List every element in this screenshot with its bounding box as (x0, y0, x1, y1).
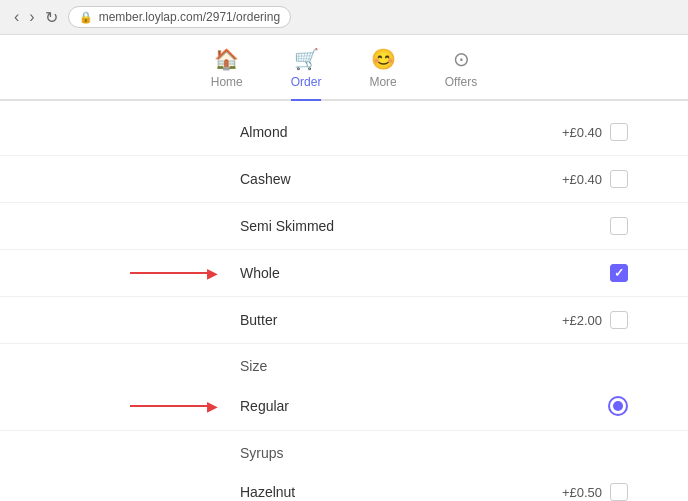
content-area: Almond +£0.40 Cashew +£0.40 Semi Skimmed… (0, 101, 688, 501)
back-button[interactable]: ‹ (12, 8, 21, 26)
section-header-syrups: Syrups (0, 431, 688, 469)
tab-home[interactable]: 🏠 Home (211, 47, 243, 99)
annotation-arrow-whole (130, 272, 212, 274)
item-label-almond: Almond (240, 124, 287, 140)
section-header-size: Size (0, 344, 688, 382)
tab-order[interactable]: 🛒 Order (291, 47, 322, 99)
list-item: Hazelnut +£0.50 (0, 469, 688, 501)
reload-button[interactable]: ↻ (43, 8, 60, 27)
url-text: member.loylap.com/2971/ordering (99, 10, 280, 24)
offers-icon: ⊙ (453, 47, 470, 71)
annotation-arrow-regular (130, 405, 212, 407)
cart-icon: 🛒 (294, 47, 319, 71)
list-item: Almond +£0.40 (0, 109, 688, 156)
nav-controls[interactable]: ‹ › ↻ (12, 8, 60, 27)
list-item: Whole (0, 250, 688, 297)
checkbox-butter[interactable] (610, 311, 628, 329)
item-right-butter: +£2.00 (562, 311, 628, 329)
tab-order-label: Order (291, 75, 322, 89)
item-right-semi-skimmed (610, 217, 628, 235)
item-price-butter: +£2.00 (562, 313, 602, 328)
lock-icon: 🔒 (79, 11, 93, 24)
tab-home-label: Home (211, 75, 243, 89)
tab-more-label: More (369, 75, 396, 89)
checkbox-hazelnut[interactable] (610, 483, 628, 501)
forward-button[interactable]: › (27, 8, 36, 26)
checkbox-whole[interactable] (610, 264, 628, 282)
page-content: 🏠 Home 🛒 Order 😊 More ⊙ Offers Almond +£… (0, 35, 688, 501)
address-bar[interactable]: 🔒 member.loylap.com/2971/ordering (68, 6, 291, 28)
item-right-almond: +£0.40 (562, 123, 628, 141)
more-icon: 😊 (371, 47, 396, 71)
checkbox-cashew[interactable] (610, 170, 628, 188)
checkbox-semi-skimmed[interactable] (610, 217, 628, 235)
item-right-hazelnut: +£0.50 (562, 483, 628, 501)
checkbox-almond[interactable] (610, 123, 628, 141)
item-price-hazelnut: +£0.50 (562, 485, 602, 500)
tab-offers[interactable]: ⊙ Offers (445, 47, 477, 99)
item-right-regular (608, 396, 628, 416)
home-icon: 🏠 (214, 47, 239, 71)
item-right-cashew: +£0.40 (562, 170, 628, 188)
item-label-butter: Butter (240, 312, 277, 328)
tab-more[interactable]: 😊 More (369, 47, 396, 99)
list-item: Butter +£2.00 (0, 297, 688, 344)
item-label-regular: Regular (240, 398, 289, 414)
tab-offers-label: Offers (445, 75, 477, 89)
item-right-whole (610, 264, 628, 282)
item-price-almond: +£0.40 (562, 125, 602, 140)
nav-tabs: 🏠 Home 🛒 Order 😊 More ⊙ Offers (0, 35, 688, 101)
radio-regular[interactable] (608, 396, 628, 416)
browser-chrome: ‹ › ↻ 🔒 member.loylap.com/2971/ordering (0, 0, 688, 35)
item-label-cashew: Cashew (240, 171, 291, 187)
item-price-cashew: +£0.40 (562, 172, 602, 187)
item-label-whole: Whole (240, 265, 280, 281)
list-item: Semi Skimmed (0, 203, 688, 250)
item-label-hazelnut: Hazelnut (240, 484, 295, 500)
list-item: Regular (0, 382, 688, 431)
item-label-semi-skimmed: Semi Skimmed (240, 218, 334, 234)
list-item: Cashew +£0.40 (0, 156, 688, 203)
